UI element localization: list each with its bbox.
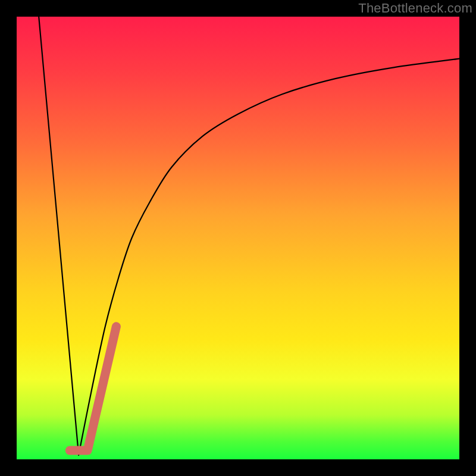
series-left-vee-descent [39,17,79,455]
watermark-text: TheBottleneck.com [358,1,472,16]
curve-overlay [17,17,459,459]
series-asymptotic-curve [79,59,459,455]
gradient-plot-area [17,17,459,459]
chart-frame: TheBottleneck.com [0,0,476,476]
